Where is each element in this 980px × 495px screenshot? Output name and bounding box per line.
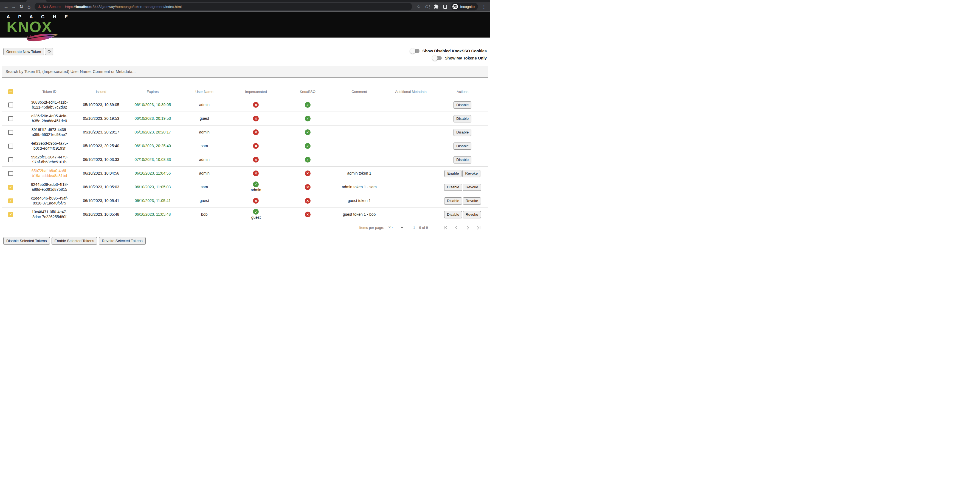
items-per-page-select[interactable]: 25 [388, 225, 404, 230]
page-range-label: 1 – 9 of 9 [413, 225, 428, 230]
row-checkbox[interactable] [8, 157, 13, 162]
revoke-token-button[interactable]: Revoke [463, 211, 481, 218]
disable-token-button[interactable]: Disable [453, 156, 471, 163]
x-glyph: ✕ [306, 213, 309, 216]
check-glyph: ✓ [306, 158, 309, 162]
row-checkbox[interactable] [8, 103, 13, 108]
user-name: bob [178, 212, 230, 217]
url-scheme: https [65, 5, 73, 9]
reload-icon[interactable]: ↻ [18, 3, 25, 10]
token-table-body: 3683b52f-ed41-411b-b121-45dab57c2d8205/1… [2, 98, 488, 221]
expire-time: 06/10/2023, 20:20:17 [127, 130, 178, 135]
side-panel-icon[interactable] [441, 3, 449, 10]
revoke-selected-tokens-button[interactable]: Revoke Selected Tokens [99, 237, 145, 244]
browser-menu-icon[interactable]: ⋮ [480, 3, 488, 10]
user-name: guest [178, 116, 230, 121]
paginator: Items per page: 25 1 – 9 of 9 [0, 221, 490, 234]
disable-token-button[interactable]: Disable [453, 129, 471, 136]
column-header-knoxsso: KnoxSSO [282, 90, 333, 94]
x-glyph: ✕ [306, 186, 309, 189]
enable-token-button[interactable]: Enable [444, 170, 461, 177]
url-host: localhost [76, 5, 92, 9]
address-bar[interactable]: ⚠ Not Secure https://localhost:8443/gate… [35, 3, 412, 10]
table-row: 99a2bfc1-2047-4479-97af-db68ebc5101b06/1… [2, 153, 488, 167]
disable-token-button[interactable]: Disable [453, 102, 471, 108]
previous-page-button[interactable] [451, 224, 462, 231]
knoxsso-cell: ✕ [282, 184, 333, 190]
row-checkbox[interactable] [8, 116, 13, 121]
extensions-puzzle-icon[interactable] [433, 3, 440, 10]
issued-time: 06/10/2023, 10:03:33 [75, 157, 127, 162]
column-header-additional-metadata: Additional Metadata [385, 90, 437, 94]
check-glyph: ✓ [306, 131, 309, 134]
expire-time: 06/10/2023, 20:19:53 [127, 116, 178, 121]
first-page-button[interactable] [440, 224, 451, 231]
token-id: c236d20c-4a05-4cfa-b35e-2ba6dc451de0 [24, 114, 75, 123]
row-checkbox[interactable]: ✓ [8, 198, 13, 203]
disable-token-button[interactable]: Disable [444, 197, 462, 205]
disable-selected-tokens-button[interactable]: Disable Selected Tokens [3, 237, 50, 244]
show-my-tokens-only-toggle[interactable] [432, 56, 442, 61]
token-id: 4ef23eb3-b9bb-4a75-b0cd-ed4f4fc9193f [24, 141, 75, 151]
expire-time: 06/10/2023, 20:25:40 [127, 144, 178, 149]
row-checkbox[interactable] [8, 171, 13, 176]
row-checkbox[interactable]: ✓ [8, 185, 13, 190]
table-row: c236d20c-4a05-4cfa-b35e-2ba6dc451de005/1… [2, 111, 488, 125]
row-checkbox[interactable] [8, 130, 13, 135]
enable-selected-tokens-button[interactable]: Enable Selected Tokens [52, 237, 97, 244]
knoxsso-check-icon: ✓ [305, 143, 310, 149]
show-disabled-knoxsso-cookies-toggle[interactable] [410, 48, 420, 54]
disable-token-button[interactable]: Disable [444, 184, 462, 191]
select-all-checkbox[interactable] [8, 89, 13, 94]
disable-token-button[interactable]: Disable [453, 115, 471, 122]
actions-cell: Disable [437, 129, 488, 136]
user-name: admin [178, 171, 230, 176]
refresh-button[interactable] [45, 48, 53, 55]
last-page-button[interactable] [473, 224, 484, 231]
forward-icon[interactable]: → [10, 3, 18, 10]
revoke-token-button[interactable]: Revoke [463, 197, 481, 205]
disable-token-button[interactable]: Disable [453, 143, 471, 150]
expire-time: 06/10/2023, 11:05:48 [127, 212, 178, 217]
check-glyph: ✓ [306, 117, 309, 120]
knox-wordmark: KNOX [6, 20, 72, 34]
row-checkbox[interactable]: ✓ [8, 212, 13, 217]
back-icon[interactable]: ← [2, 3, 10, 10]
user-name: admin [178, 130, 230, 135]
knoxsso-check-icon: ✓ [305, 129, 310, 135]
impersonated-cell: ✕ [230, 143, 282, 149]
knoxsso-check-icon: ✓ [305, 157, 310, 163]
knoxsso-x-icon: ✕ [305, 184, 310, 190]
disable-token-button[interactable]: Disable [444, 211, 462, 218]
x-glyph: ✕ [255, 144, 257, 148]
check-icon: ✓ [10, 199, 12, 203]
impersonated-cell: ✓admin [230, 181, 282, 193]
first-page-icon [443, 225, 448, 230]
expire-time: 06/10/2023, 11:05:03 [127, 185, 178, 190]
impersonated-x-icon: ✕ [253, 198, 259, 204]
issued-time: 05/10/2023, 20:20:17 [75, 130, 127, 135]
impersonated-x-icon: ✕ [253, 102, 259, 108]
knoxsso-cell: ✕ [282, 198, 333, 204]
url-separator: :// [73, 5, 76, 9]
revoke-token-button[interactable]: Revoke [463, 184, 481, 191]
user-name: admin [178, 157, 230, 162]
token-table-header: Token ID Issued Expires User Name Impers… [2, 86, 488, 98]
controls-row: Generate New Token Show Disabled KnoxSSO… [3, 48, 487, 62]
home-icon[interactable]: ⌂ [25, 3, 33, 10]
incognito-icon [452, 3, 458, 10]
impersonated-cell: ✕ [230, 129, 282, 135]
x-glyph: ✕ [255, 172, 257, 175]
row-checkbox[interactable] [8, 144, 13, 149]
actions-cell: EnableRevoke [437, 170, 488, 177]
knoxsso-cell: ✓ [282, 116, 333, 121]
expire-time: 07/10/2023, 10:03:33 [127, 157, 178, 162]
search-input[interactable] [2, 66, 488, 77]
revoke-token-button[interactable]: Revoke [462, 170, 480, 177]
table-row: 3916f1f2-d673-4439-a35b-56321ec93ae705/1… [2, 125, 488, 139]
next-page-button[interactable] [462, 224, 473, 231]
impersonated-x-icon: ✕ [253, 157, 259, 163]
bookmark-star-icon[interactable]: ☆ [415, 3, 423, 10]
generate-new-token-button[interactable]: Generate New Token [3, 48, 44, 55]
extension-c-icon[interactable]: C [423, 3, 431, 10]
